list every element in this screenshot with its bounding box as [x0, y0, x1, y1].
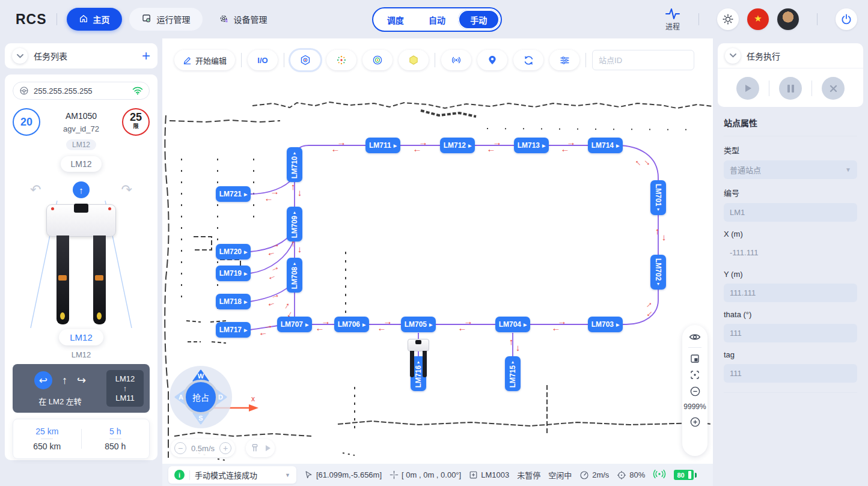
mode-manual[interactable]: 手动: [458, 10, 500, 29]
mode-dispatch[interactable]: 调度: [374, 10, 416, 29]
scatter-dots-icon: [335, 54, 347, 66]
agv-ip-row[interactable]: 255.255.255.255: [13, 82, 150, 100]
speed-stepper: − 0.5m/s +: [171, 439, 235, 457]
route-arrow: ↑: [123, 384, 127, 393]
field-type-select[interactable]: 普通站点▼: [724, 160, 857, 179]
nav-devices[interactable]: 设备管理: [206, 8, 280, 31]
route-from: LM12: [115, 374, 135, 383]
current-station-pill[interactable]: LM12: [61, 156, 101, 172]
task-cancel-button[interactable]: [822, 77, 845, 100]
route-arrow-pair: →←: [261, 321, 271, 335]
map-view-toolbar: 9999%: [682, 325, 708, 456]
station-LM703[interactable]: LM703▶: [588, 317, 623, 332]
station-LM705[interactable]: LM705▶: [401, 317, 436, 332]
theme-toggle-button[interactable]: [717, 8, 739, 30]
target-station-pill[interactable]: LM12: [59, 329, 103, 345]
station-LM707[interactable]: LM707▶: [277, 317, 312, 332]
battery-indicator: 80: [674, 470, 694, 480]
speed-plus-button[interactable]: +: [219, 442, 231, 454]
station-LM702[interactable]: LM702▼: [650, 255, 666, 290]
map-canvas[interactable]: ▲LM710▲LM709▲LM708LM721▶LM720▶LM719▶LM71…: [162, 38, 713, 464]
task-pause-button[interactable]: [779, 77, 802, 100]
map-toolbar: 开始编辑 I/O: [174, 50, 694, 70]
nav-operation[interactable]: 运行管理: [129, 8, 203, 31]
center-view-button[interactable]: [689, 369, 700, 380]
station-search-input[interactable]: [599, 56, 704, 65]
route-arrow-pair: →←: [506, 341, 519, 350]
steering-wheel-icon: [19, 86, 29, 96]
station-LM721[interactable]: LM721▶: [216, 186, 251, 202]
layer-zone-button[interactable]: [399, 50, 429, 70]
station-LM711[interactable]: LM711▶: [365, 138, 400, 153]
seize-control-button[interactable]: 抢占: [183, 380, 218, 415]
field-code-input[interactable]: [730, 208, 851, 217]
nav-operation-label: 运行管理: [157, 13, 191, 25]
rotate-left-icon[interactable]: ↶: [30, 183, 41, 196]
chevron-down-icon[interactable]: [12, 48, 28, 64]
mode-auto[interactable]: 自动: [416, 10, 457, 29]
station-LM710[interactable]: ▲LM710: [287, 147, 302, 182]
fork-control[interactable]: [246, 439, 275, 457]
station-LM715[interactable]: ▲LM715: [505, 356, 521, 391]
hours-stat: 5 h 850 h: [82, 427, 150, 451]
refresh-button[interactable]: [513, 50, 543, 70]
field-tag: tag: [724, 350, 857, 383]
connection-alert[interactable]: i 手动模式连接成功 ▼: [168, 466, 296, 484]
layer-target-button[interactable]: [362, 50, 393, 70]
distance-stat: 25 km 650 km: [13, 427, 81, 451]
relocate-button[interactable]: [441, 50, 471, 70]
field-theta-input[interactable]: [730, 329, 851, 338]
layer-station-button[interactable]: [290, 50, 320, 70]
station-LM709[interactable]: ▲LM709: [287, 207, 302, 241]
turn-right-icon: ↪: [77, 374, 86, 387]
task-start-button[interactable]: [736, 77, 759, 100]
minimap-button[interactable]: [689, 353, 700, 364]
layer-pointcloud-button[interactable]: [326, 50, 356, 70]
station-LM712[interactable]: LM712▶: [440, 138, 475, 153]
distance-total: 650 km: [33, 442, 61, 451]
locate-button[interactable]: [477, 50, 507, 70]
field-tag-input[interactable]: [730, 369, 851, 378]
route-arrow-pair: →←: [319, 318, 328, 331]
station-LM714[interactable]: LM714▶: [588, 138, 623, 153]
station-LM701[interactable]: LM701▼: [650, 180, 666, 215]
speed-minus-button[interactable]: −: [174, 442, 186, 454]
agv-summary-row: 20 AM1050 agv_id_72 25限: [13, 108, 150, 136]
station-LM719[interactable]: LM719▶: [216, 266, 251, 281]
station-LM717[interactable]: LM717▶: [216, 322, 251, 338]
station-LM708[interactable]: ▲LM708: [287, 258, 302, 293]
zoom-in-button[interactable]: [689, 416, 701, 428]
pulse-icon: [665, 7, 680, 20]
start-edit-button[interactable]: 开始编辑: [174, 50, 235, 70]
agv-map-marker[interactable]: [408, 339, 429, 351]
visibility-button[interactable]: [689, 332, 701, 342]
logout-button[interactable]: [836, 8, 857, 30]
chevron-down-icon[interactable]: [725, 48, 741, 64]
app-logo: RCS: [16, 11, 47, 28]
straight-icon: ↑: [62, 374, 67, 387]
station-LM706[interactable]: LM706▶: [334, 317, 369, 332]
agv-identity: AM1050 agv_id_72: [40, 111, 122, 133]
chevron-down-icon[interactable]: ▼: [285, 472, 290, 478]
io-button[interactable]: I/O: [248, 50, 278, 70]
add-task-button[interactable]: +: [142, 49, 150, 63]
station-LM713[interactable]: LM713▶: [514, 138, 549, 153]
filter-button[interactable]: [549, 50, 579, 70]
rotate-right-icon[interactable]: ↷: [121, 183, 132, 196]
station-LM704[interactable]: LM704▶: [495, 317, 530, 332]
field-code: 编号: [724, 187, 857, 222]
go-forward-button[interactable]: ↑: [73, 181, 90, 198]
process-button[interactable]: 进程: [665, 7, 680, 31]
play-icon: [265, 445, 271, 452]
user-avatar[interactable]: [777, 8, 799, 30]
field-y: Y (m): [724, 270, 857, 302]
nav-home[interactable]: 主页: [67, 8, 122, 31]
zoom-out-button[interactable]: [689, 386, 701, 397]
language-flag-button[interactable]: ★: [747, 8, 769, 30]
field-x-value[interactable]: -111.111: [724, 243, 857, 262]
route-arrow-pair: →←: [652, 231, 665, 240]
station-LM720[interactable]: LM720▶: [216, 244, 251, 260]
field-x-label: X (m): [724, 229, 857, 238]
station-LM718[interactable]: LM718▶: [216, 294, 251, 309]
field-y-input[interactable]: [730, 288, 851, 297]
